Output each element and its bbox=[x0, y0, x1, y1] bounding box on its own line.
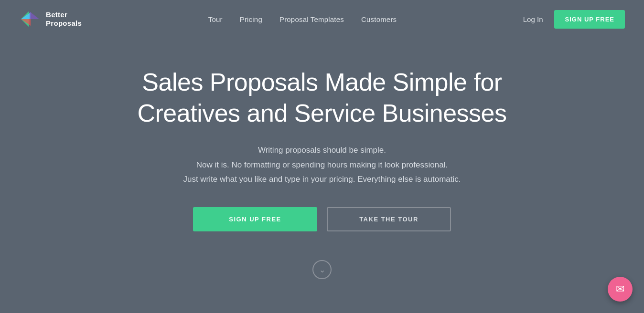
nav-tour[interactable]: Tour bbox=[208, 15, 223, 23]
chat-bubble-button[interactable]: ✉ bbox=[608, 277, 633, 302]
nav-pricing[interactable]: Pricing bbox=[240, 15, 262, 23]
nav-right: Log In SIGN UP FREE bbox=[523, 10, 625, 29]
hero-subtitle-line3: Just write what you like and type in you… bbox=[183, 175, 461, 184]
hero-section: Sales Proposals Made Simple for Creative… bbox=[0, 38, 644, 298]
hero-title: Sales Proposals Made Simple for Creative… bbox=[137, 67, 506, 129]
logo-text: Better Proposals bbox=[46, 10, 82, 28]
signup-button-hero[interactable]: SIGN UP FREE bbox=[193, 207, 317, 231]
logo-icon bbox=[19, 9, 40, 30]
navbar: Better Proposals Tour Pricing Proposal T… bbox=[0, 0, 644, 38]
hero-title-line1: Sales Proposals Made Simple for bbox=[142, 68, 502, 96]
nav-links: Tour Pricing Proposal Templates Customer… bbox=[208, 15, 397, 23]
svg-marker-1 bbox=[21, 12, 31, 19]
logo[interactable]: Better Proposals bbox=[19, 9, 82, 30]
chevron-down-icon: ⌄ bbox=[319, 266, 325, 274]
scroll-down-button[interactable]: ⌄ bbox=[312, 260, 332, 279]
tour-button-hero[interactable]: TAKE THE TOUR bbox=[327, 207, 451, 231]
logo-name-line1: Better bbox=[46, 10, 82, 19]
hero-subtitle: Writing proposals should be simple. Now … bbox=[183, 143, 461, 187]
nav-customers[interactable]: Customers bbox=[361, 15, 397, 23]
svg-marker-4 bbox=[30, 11, 39, 19]
signup-button-nav[interactable]: SIGN UP FREE bbox=[554, 10, 625, 29]
hero-title-line2: Creatives and Service Businesses bbox=[137, 99, 506, 127]
nav-templates[interactable]: Proposal Templates bbox=[279, 15, 344, 23]
chat-icon: ✉ bbox=[616, 283, 624, 295]
scroll-down-circle: ⌄ bbox=[312, 260, 332, 279]
hero-buttons: SIGN UP FREE TAKE THE TOUR bbox=[193, 207, 451, 231]
login-link[interactable]: Log In bbox=[523, 15, 543, 23]
hero-subtitle-line2: Now it is. No formatting or spending hou… bbox=[196, 160, 448, 169]
svg-marker-2 bbox=[21, 19, 31, 26]
logo-name-line2: Proposals bbox=[46, 19, 82, 28]
hero-subtitle-line1: Writing proposals should be simple. bbox=[258, 146, 386, 155]
